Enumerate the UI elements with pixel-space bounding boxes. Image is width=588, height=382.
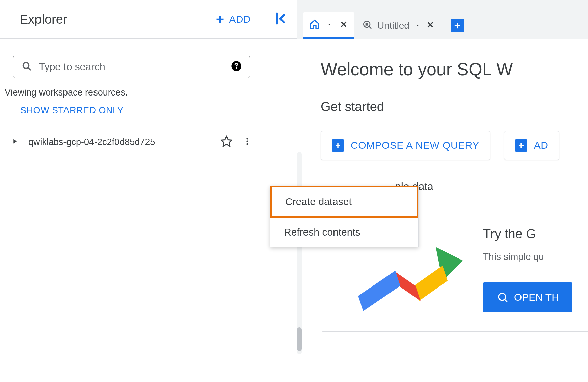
sample-title: Try the G [483, 227, 572, 241]
svg-point-2 [23, 62, 29, 68]
resource-tree: qwiklabs-gcp-04-2c2f0d85d725 [0, 122, 263, 152]
collapse-panel-button[interactable] [273, 11, 288, 27]
explorer-header: Explorer ADD [0, 0, 263, 39]
sample-desc: This simple qu [483, 251, 572, 262]
scrollbar-thumb[interactable] [297, 327, 302, 351]
svg-point-6 [246, 138, 248, 139]
more-vert-icon[interactable] [243, 137, 252, 147]
close-icon[interactable] [426, 20, 435, 32]
add-data-card[interactable]: AD [504, 131, 560, 160]
sample-data-label: ple data [395, 180, 588, 193]
compose-query-card[interactable]: COMPOSE A NEW QUERY [321, 131, 490, 160]
plus-icon [214, 13, 226, 25]
get-started-heading: Get started [321, 100, 588, 114]
svg-line-13 [369, 26, 371, 29]
tab-untitled-label: Untitled [377, 20, 409, 31]
add-data-label: AD [534, 140, 549, 151]
close-icon[interactable] [339, 20, 348, 30]
show-starred-button[interactable]: SHOW STARRED ONLY [0, 99, 263, 122]
svg-point-8 [246, 143, 248, 145]
welcome-title: Welcome to your SQL W [321, 59, 588, 79]
explorer-panel: Explorer ADD [0, 0, 263, 382]
add-button[interactable]: ADD [214, 13, 251, 25]
context-menu: Create dataset Refresh contents [270, 186, 419, 247]
tab-untitled[interactable]: Untitled [356, 12, 441, 39]
collapse-section [263, 0, 297, 39]
search-input[interactable] [39, 61, 224, 73]
tree-item-project[interactable]: qwiklabs-gcp-04-2c2f0d85d725 [5, 132, 258, 152]
open-query-button[interactable]: OPEN TH [483, 282, 572, 312]
query-icon [362, 19, 373, 32]
open-button-label: OPEN TH [514, 292, 559, 303]
tabs-bar: Untitled [297, 0, 588, 39]
menu-item-refresh-contents[interactable]: Refresh contents [270, 218, 418, 247]
explorer-title: Explorer [20, 12, 68, 27]
plus-box-icon [515, 139, 527, 152]
star-icon[interactable] [220, 135, 233, 149]
plus-icon [453, 21, 462, 30]
add-button-label: ADD [229, 13, 251, 25]
new-tab-button[interactable] [451, 19, 464, 32]
action-cards: COMPOSE A NEW QUERY AD [321, 131, 588, 160]
sample-text: Try the G This simple qu OPEN TH [483, 227, 572, 312]
query-icon [497, 291, 509, 303]
resource-info: Viewing workspace resources. [0, 81, 263, 99]
help-icon[interactable] [231, 61, 242, 73]
chevron-down-icon[interactable] [326, 21, 333, 29]
svg-marker-5 [221, 136, 232, 146]
svg-marker-24 [414, 266, 448, 301]
tab-home[interactable] [303, 12, 354, 39]
svg-line-28 [505, 299, 507, 302]
search-area [0, 39, 263, 81]
plus-box-icon [332, 139, 344, 152]
chevron-right-icon[interactable] [11, 138, 18, 146]
scrollbar-track[interactable] [297, 152, 302, 354]
chevron-down-icon[interactable] [414, 20, 421, 31]
svg-point-7 [246, 140, 248, 142]
svg-rect-14 [366, 23, 368, 25]
compose-query-label: COMPOSE A NEW QUERY [351, 140, 479, 151]
svg-point-27 [499, 293, 506, 300]
search-input-wrapper[interactable] [13, 56, 250, 78]
project-name: qwiklabs-gcp-04-2c2f0d85d725 [28, 137, 210, 147]
search-icon [21, 61, 32, 73]
menu-item-create-dataset[interactable]: Create dataset [270, 186, 418, 218]
svg-line-3 [28, 68, 31, 70]
home-icon [309, 19, 320, 31]
svg-marker-26 [358, 271, 400, 311]
